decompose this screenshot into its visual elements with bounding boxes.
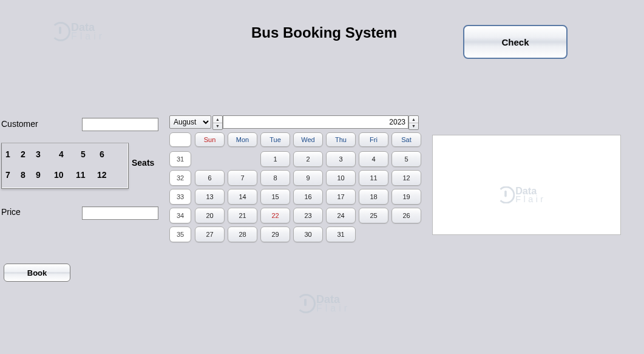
day-cell[interactable]: 25 bbox=[359, 208, 388, 223]
day-cell[interactable]: 13 bbox=[195, 189, 225, 205]
week-number: 32 bbox=[169, 170, 191, 186]
seat-cell[interactable]: 11 bbox=[76, 170, 86, 180]
watermark: DataFlair bbox=[296, 294, 350, 313]
month-spinner[interactable]: ▲ ▼ bbox=[212, 115, 223, 130]
seat-cell[interactable]: 7 bbox=[5, 170, 10, 180]
year-display: 2023 bbox=[223, 115, 408, 129]
day-cell[interactable]: 8 bbox=[260, 170, 290, 186]
watermark: DataFlair bbox=[497, 186, 546, 204]
day-cell[interactable]: 27 bbox=[195, 226, 225, 242]
seat-cell[interactable]: 2 bbox=[21, 149, 25, 159]
day-cell[interactable]: 16 bbox=[293, 189, 323, 205]
day-cell[interactable]: 10 bbox=[326, 170, 356, 186]
year-spinner[interactable]: ▲ ▼ bbox=[408, 115, 419, 130]
day-cell[interactable]: 24 bbox=[326, 208, 356, 223]
seat-cell[interactable]: 8 bbox=[21, 170, 25, 180]
chevron-up-icon[interactable]: ▲ bbox=[213, 116, 222, 123]
seat-cell[interactable]: 12 bbox=[97, 170, 107, 180]
day-cell[interactable]: 15 bbox=[260, 189, 290, 205]
day-cell[interactable]: 22 bbox=[260, 208, 290, 223]
day-cell[interactable]: 31 bbox=[326, 226, 356, 242]
day-cell[interactable]: 2 bbox=[293, 151, 323, 167]
day-cell[interactable]: 23 bbox=[293, 208, 323, 223]
day-header-thu: Thu bbox=[326, 132, 356, 147]
seats-label: Seats bbox=[132, 158, 154, 168]
week-number: 35 bbox=[169, 226, 191, 242]
chevron-down-icon[interactable]: ▼ bbox=[409, 123, 418, 130]
seat-cell[interactable]: 6 bbox=[100, 149, 104, 159]
seat-cell[interactable]: 3 bbox=[36, 149, 41, 159]
seat-cell[interactable]: 1 bbox=[5, 149, 10, 159]
result-panel: DataFlair bbox=[432, 135, 621, 235]
seat-cell[interactable]: 9 bbox=[36, 170, 41, 180]
month-select[interactable]: August bbox=[169, 115, 211, 129]
seat-cell[interactable]: 10 bbox=[54, 170, 64, 180]
day-header-sat: Sat bbox=[391, 132, 421, 147]
price-input[interactable] bbox=[82, 206, 158, 220]
day-cell[interactable]: 18 bbox=[359, 189, 388, 205]
week-number: 34 bbox=[169, 208, 191, 223]
chevron-down-icon[interactable]: ▼ bbox=[213, 123, 222, 130]
price-label: Price bbox=[1, 207, 21, 217]
day-header-tue: Tue bbox=[260, 132, 290, 147]
day-cell[interactable]: 20 bbox=[195, 208, 225, 223]
watermark: DataFlair bbox=[51, 22, 105, 41]
day-header-mon: Mon bbox=[228, 132, 257, 147]
seat-cell[interactable]: 4 bbox=[59, 149, 64, 159]
day-cell[interactable]: 6 bbox=[195, 170, 225, 186]
day-cell[interactable]: 21 bbox=[228, 208, 257, 223]
day-cell[interactable]: 14 bbox=[228, 189, 257, 205]
day-cell[interactable]: 11 bbox=[359, 170, 388, 186]
book-button[interactable]: Book bbox=[4, 264, 70, 282]
chevron-up-icon[interactable]: ▲ bbox=[409, 116, 418, 123]
day-header-sun: Sun bbox=[195, 132, 225, 147]
week-number: 33 bbox=[169, 189, 191, 205]
day-cell[interactable]: 5 bbox=[391, 151, 421, 167]
seats-grid: 1 2 3 4 5 6 7 8 9 10 11 12 bbox=[1, 143, 129, 189]
day-cell[interactable]: 17 bbox=[326, 189, 356, 205]
check-button[interactable]: Check bbox=[463, 25, 568, 59]
day-cell[interactable]: 7 bbox=[228, 170, 257, 186]
customer-input[interactable] bbox=[82, 118, 158, 131]
day-cell[interactable]: 12 bbox=[391, 170, 421, 186]
day-header-fri: Fri bbox=[359, 132, 388, 147]
day-header-wed: Wed bbox=[293, 132, 323, 147]
day-cell[interactable]: 28 bbox=[228, 226, 257, 242]
week-header-blank bbox=[169, 132, 191, 147]
day-cell[interactable]: 19 bbox=[391, 189, 421, 205]
day-cell[interactable]: 4 bbox=[359, 151, 388, 167]
day-cell[interactable]: 3 bbox=[326, 151, 356, 167]
seat-cell[interactable]: 5 bbox=[81, 149, 86, 159]
day-cell[interactable]: 30 bbox=[293, 226, 323, 242]
day-cell[interactable]: 9 bbox=[293, 170, 323, 186]
day-cell[interactable]: 26 bbox=[391, 208, 421, 223]
day-cell[interactable]: 1 bbox=[260, 151, 290, 167]
customer-label: Customer bbox=[1, 119, 38, 129]
day-cell[interactable]: 29 bbox=[260, 226, 290, 242]
page-title: Bus Booking System bbox=[251, 24, 397, 41]
week-number: 31 bbox=[169, 151, 191, 167]
